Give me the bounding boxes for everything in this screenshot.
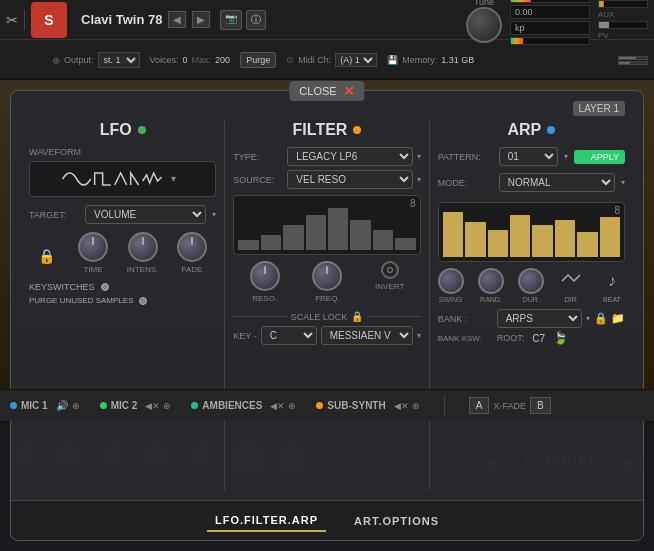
filter-bar-5 xyxy=(328,208,348,251)
filter-active-dot xyxy=(353,126,361,134)
keyswitches-row: KEYSWITCHES xyxy=(29,282,216,292)
fade-knob[interactable] xyxy=(177,232,207,262)
invert-label: INVERT xyxy=(375,282,404,291)
reso-knob[interactable] xyxy=(250,261,280,291)
close-button[interactable]: CLOSE ✕ xyxy=(289,81,364,101)
filter-display: 8 xyxy=(233,195,420,255)
beat-knob-group: ♪ BEAT xyxy=(599,268,625,303)
scale-dropdown-icon: ▾ xyxy=(417,331,421,340)
midi-select[interactable]: (A) 1 xyxy=(335,53,377,67)
sub-synth-dot xyxy=(316,402,323,409)
mode-select[interactable]: NORMAL xyxy=(499,173,615,192)
arp-bar-7 xyxy=(577,232,597,257)
key-select[interactable]: C xyxy=(261,326,317,345)
arp-bar-3 xyxy=(488,230,508,258)
filter-bar-1 xyxy=(238,240,258,250)
invert-button[interactable] xyxy=(381,261,399,279)
scale-select[interactable]: MESSIAEN V xyxy=(321,326,413,345)
purge-row: PURGE UNUSED SAMPLES xyxy=(29,296,216,305)
dir-icon[interactable] xyxy=(559,268,585,294)
mic1-tab[interactable]: MIC 1 xyxy=(10,400,48,411)
type-label: TYPE: xyxy=(233,152,283,162)
apply-button[interactable]: ✓ APPLY xyxy=(574,150,625,164)
purge-button[interactable]: Purge xyxy=(240,52,276,68)
sub-mute-icon: ◀✕ xyxy=(394,401,409,411)
output-select[interactable]: st. 1 xyxy=(98,52,140,68)
freq-label: FREQ. xyxy=(315,294,339,303)
lock-icon-bank: 🔒 xyxy=(594,312,608,325)
mic1-label: MIC 1 xyxy=(21,400,48,411)
mic1-link-icon: ⊕ xyxy=(72,401,80,411)
target-select[interactable]: VOLUME xyxy=(85,205,206,224)
sub-synth-label: SUB-SYNTH xyxy=(327,400,385,411)
arp-settings: PATTERN: 01 ▾ ✓ APPLY MODE: NORMAL ▾ xyxy=(438,147,625,196)
next-instrument[interactable]: ▶ xyxy=(192,11,210,28)
bank-icons: 🔒 📁 xyxy=(594,312,625,325)
intens-knob[interactable] xyxy=(128,232,158,262)
tab-lfo-filter-arp[interactable]: LFO.FILTER.ARP xyxy=(207,510,326,532)
waveform-display[interactable]: ▾ xyxy=(29,161,216,197)
beat-icon[interactable]: ♪ xyxy=(599,268,625,294)
lfo-knobs: 🔒 TIME INTENS. FADE xyxy=(29,232,216,274)
dur-knob[interactable] xyxy=(518,268,544,294)
pattern-dropdown-icon: ▾ xyxy=(564,152,568,161)
ambiences-label: AMBIENCES xyxy=(202,400,262,411)
purge-dot xyxy=(139,297,147,305)
root-label: ROOT: xyxy=(497,333,525,343)
sub-synth-tab[interactable]: SUB-SYNTH xyxy=(316,400,385,411)
bank-ksw-row: BANK KSW: ROOT: C7 🍃 xyxy=(438,331,625,345)
arp-bar-8 xyxy=(600,217,620,257)
freq-knob[interactable] xyxy=(312,261,342,291)
type-select[interactable]: LEGACY LP6 xyxy=(287,147,412,166)
rand-knob[interactable] xyxy=(478,268,504,294)
source-select[interactable]: VEL RESO xyxy=(287,170,412,189)
bank-select[interactable]: ARPS xyxy=(497,309,582,328)
dur-knob-group: DUR. xyxy=(518,268,544,303)
fade-knob-group: FADE xyxy=(177,232,207,274)
filter-source-row: SOURCE: VEL RESO ▾ xyxy=(233,170,420,189)
tune-knob[interactable] xyxy=(466,7,502,43)
filter-bar-4 xyxy=(306,215,326,250)
arp-bars xyxy=(439,203,624,261)
scale-lock-line-right xyxy=(367,316,420,317)
ambiences-dot xyxy=(191,402,198,409)
memory-info: 💾 Memory: 1.31 GB xyxy=(387,55,474,65)
close-x-icon: ✕ xyxy=(343,83,355,99)
prev-instrument[interactable]: ◀ xyxy=(168,11,186,28)
scale-lock-label: SCALE LOCK xyxy=(291,312,348,322)
arp-display: 8 xyxy=(438,202,625,262)
ambiences-tab[interactable]: AMBIENCES xyxy=(191,400,262,411)
source-label: SOURCE: xyxy=(233,175,283,185)
tune-label: Tune xyxy=(474,0,494,7)
top-row2: ⊕ Output: st. 1 Voices: 0 Max: 200 Purge… xyxy=(0,40,654,80)
time-knob[interactable] xyxy=(78,232,108,262)
mode-label: MODE: xyxy=(438,178,493,188)
pattern-select[interactable]: 01 xyxy=(499,147,558,166)
tab-art-options[interactable]: ART.OPTIONS xyxy=(346,511,447,531)
amb-controls: ◀✕ ⊕ xyxy=(270,401,296,411)
waveform-svg: ▾ xyxy=(38,165,207,193)
bank-ksw-label: BANK KSW: xyxy=(438,334,493,343)
pv-meter xyxy=(598,21,648,29)
swing-knob[interactable] xyxy=(438,268,464,294)
info-btn[interactable]: ⓘ xyxy=(246,10,266,30)
midi-info: ⊙ Midi Ch: (A) 1 xyxy=(286,53,377,67)
purge-label: PURGE UNUSED SAMPLES xyxy=(29,296,133,305)
mic2-tab[interactable]: MIC 2 xyxy=(100,400,138,411)
panel-nav: LFO.FILTER.ARP ART.OPTIONS xyxy=(11,500,643,540)
arp-num: 8 xyxy=(614,205,620,216)
camera-btn[interactable]: 📷 xyxy=(220,10,242,30)
lfo-active-dot xyxy=(138,126,146,134)
xfade-label: X-FADE xyxy=(493,401,526,411)
mic-tabs: MIC 1 🔊 ⊕ MIC 2 ◀✕ ⊕ AMBIENCES ◀✕ ⊕ SUB-… xyxy=(0,389,654,421)
tune-value: 0.00 xyxy=(510,5,590,19)
root-value: C7 xyxy=(532,333,545,344)
dir-knob-group: DIR. xyxy=(559,268,585,303)
lock-icon: 🔒 xyxy=(38,248,55,264)
pattern-row: PATTERN: 01 ▾ ✓ APPLY xyxy=(438,147,625,166)
filter-num: 8 xyxy=(410,198,416,209)
mic2-link-icon: ⊕ xyxy=(163,401,171,411)
time-label: TIME xyxy=(83,265,102,274)
main-panel: CLOSE ✕ LFO WAVEFORM xyxy=(10,90,644,541)
tool-icon[interactable]: ✂ xyxy=(6,12,18,28)
